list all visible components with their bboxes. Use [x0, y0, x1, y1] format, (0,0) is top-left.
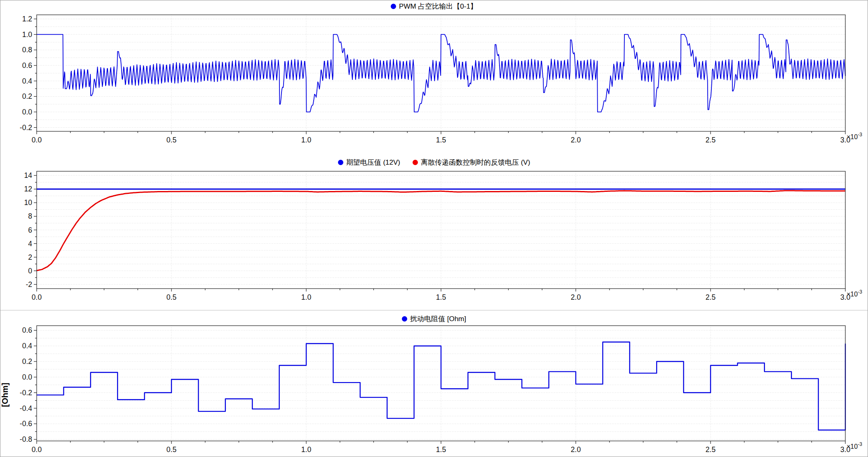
- svg-text:0.0: 0.0: [32, 445, 42, 454]
- pwm-duty-chart: -0.20.00.20.40.60.81.01.20.00.51.01.52.0…: [0, 11, 868, 148]
- svg-text:0.5: 0.5: [167, 445, 176, 454]
- svg-text:0.5: 0.5: [167, 136, 176, 144]
- legend-item-reference-voltage: 期望电压值 (12V): [338, 158, 400, 167]
- panel-divider: [0, 310, 868, 310]
- x-axis-exponent: ×10-3: [847, 289, 862, 298]
- svg-text:2.0: 2.0: [571, 293, 581, 301]
- svg-text:2.5: 2.5: [706, 293, 716, 301]
- series-PWM-duty-cycle: [37, 35, 845, 112]
- svg-text:0.8: 0.8: [22, 46, 32, 54]
- svg-text:14: 14: [24, 171, 33, 180]
- legend-label-reference-voltage: 期望电压值 (12V): [346, 158, 400, 167]
- scope-window: PWM 占空比输出【0-1】 -0.20.00.20.40.60.81.01.2…: [0, 0, 868, 457]
- svg-text:2.0: 2.0: [571, 136, 581, 144]
- legend-label-feedback-voltage: 离散传递函数控制时的反馈电压 (V): [421, 158, 530, 167]
- svg-text:1.5: 1.5: [436, 445, 446, 454]
- svg-text:2.0: 2.0: [571, 445, 581, 454]
- svg-text:0.6: 0.6: [22, 61, 32, 70]
- svg-text:-0.8: -0.8: [20, 435, 32, 443]
- axis-ticks: [34, 175, 845, 291]
- voltage-chart: -2024681012140.00.51.01.52.02.53.0×10-3: [0, 167, 868, 308]
- svg-text:1.0: 1.0: [301, 445, 312, 454]
- svg-text:0.0: 0.0: [32, 136, 42, 144]
- svg-text:0.0: 0.0: [22, 373, 33, 381]
- legend-marker-blue-icon: [391, 4, 396, 9]
- resistance-chart-legend: 扰动电阻值 [Ohm]: [0, 315, 868, 323]
- svg-text:1.0: 1.0: [301, 136, 312, 144]
- svg-text:0.5: 0.5: [167, 293, 176, 301]
- svg-text:0.4: 0.4: [22, 342, 33, 350]
- svg-text:-0.2: -0.2: [20, 389, 32, 397]
- legend-marker-blue-icon: [338, 160, 343, 165]
- svg-text:0.6: 0.6: [22, 326, 32, 334]
- svg-text:0.0: 0.0: [32, 293, 42, 301]
- svg-text:0.2: 0.2: [22, 92, 32, 100]
- svg-text:8: 8: [28, 212, 32, 220]
- series-disturbance-resistance: [37, 342, 845, 430]
- legend-item-resistance: 扰动电阻值 [Ohm]: [402, 314, 466, 324]
- svg-text:1.0: 1.0: [301, 293, 312, 301]
- svg-text:10: 10: [24, 198, 33, 207]
- svg-text:-0.4: -0.4: [20, 404, 32, 413]
- legend-item-feedback-voltage: 离散传递函数控制时的反馈电压 (V): [413, 158, 530, 167]
- legend-marker-blue-icon: [402, 316, 407, 322]
- svg-text:0.0: 0.0: [22, 108, 33, 116]
- x-axis-exponent: ×10-3: [847, 441, 862, 450]
- svg-text:4: 4: [28, 240, 32, 248]
- svg-text:0.2: 0.2: [22, 357, 32, 366]
- y-axis-label: [Ohm]: [0, 383, 9, 407]
- svg-text:6: 6: [28, 226, 32, 234]
- voltage-chart-legend: 期望电压值 (12V) 离散传递函数控制时的反馈电压 (V): [0, 158, 868, 166]
- pwm-chart-legend: PWM 占空比输出【0-1】: [0, 2, 868, 10]
- svg-text:1.5: 1.5: [436, 136, 446, 144]
- resistance-chart: -0.8-0.6-0.4-0.20.00.20.40.60.00.51.01.5…: [0, 324, 868, 457]
- svg-text:2: 2: [28, 253, 32, 261]
- svg-text:1.5: 1.5: [436, 293, 446, 301]
- svg-text:1.2: 1.2: [22, 15, 32, 23]
- svg-text:0.4: 0.4: [22, 77, 33, 85]
- svg-text:12: 12: [24, 185, 32, 193]
- svg-text:2.5: 2.5: [706, 136, 716, 144]
- svg-text:0: 0: [28, 267, 32, 275]
- svg-text:-0.2: -0.2: [20, 124, 32, 132]
- axis-ticks: [34, 330, 845, 444]
- legend-label-pwm: PWM 占空比输出【0-1】: [399, 2, 477, 11]
- legend-marker-red-icon: [413, 160, 418, 165]
- svg-text:-2: -2: [26, 280, 32, 289]
- svg-text:1.0: 1.0: [22, 30, 33, 39]
- svg-text:2.5: 2.5: [706, 445, 716, 454]
- svg-text:-0.6: -0.6: [20, 420, 32, 428]
- legend-label-resistance: 扰动电阻值 [Ohm]: [410, 314, 466, 324]
- legend-item-pwm: PWM 占空比输出【0-1】: [391, 2, 477, 11]
- x-axis-exponent: ×10-3: [847, 132, 862, 140]
